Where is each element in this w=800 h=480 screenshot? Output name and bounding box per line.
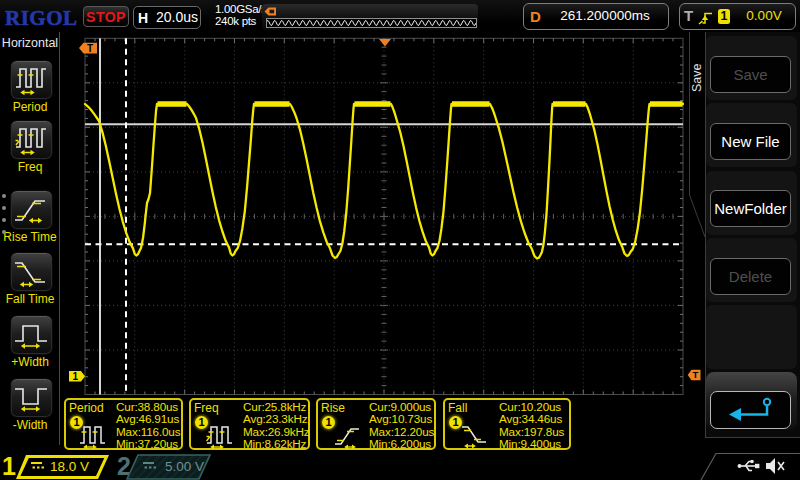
svg-text:T: T	[87, 43, 93, 54]
svg-text:T: T	[693, 369, 699, 380]
svg-text:1: 1	[72, 371, 78, 382]
